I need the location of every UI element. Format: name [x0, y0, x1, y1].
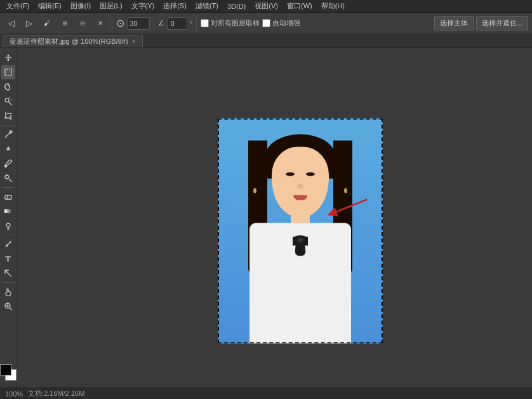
menu-bar: 文件(F) 编辑(E) 图像(I) 图层(L) 文字(Y) 选择(S) 滤镜(T… [0, 0, 532, 13]
tab-close-button[interactable]: × [132, 38, 136, 45]
tab-label: 蓝底证件照素材.jpg @ 100%(RGB/8#) [10, 37, 128, 46]
tab-bar: 蓝底证件照素材.jpg @ 100%(RGB/8#) × [0, 34, 532, 48]
menu-edit[interactable]: 编辑(E) [34, 0, 65, 12]
tool-move[interactable] [1, 51, 15, 65]
tool-healing[interactable] [1, 142, 15, 156]
tool-dodge[interactable] [1, 219, 15, 233]
tool-gradient[interactable] [1, 204, 15, 218]
menu-type[interactable]: 文字(Y) [128, 0, 159, 12]
tool-eyedropper[interactable] [1, 128, 15, 141]
menu-layer[interactable]: 图层(L) [96, 0, 126, 12]
all-layers-checkbox[interactable] [201, 19, 209, 27]
angle-input[interactable] [167, 17, 187, 30]
separator-3 [196, 16, 197, 30]
toolbar: ◁ ▷ 🖌 ⊕ ⊖ ✕ ⊙ ∠ ° 对所有图层取样 自动增强 选择主体 选择并遮… [0, 13, 532, 34]
tool-text[interactable]: T [1, 252, 15, 266]
brush-size-icon: ⊙ [116, 17, 124, 29]
menu-3d[interactable]: 3D(D) [223, 1, 249, 11]
all-layers-checkbox-label[interactable]: 对所有图层取样 [201, 18, 260, 28]
svg-line-3 [8, 101, 12, 105]
document-canvas [218, 118, 383, 343]
tool-hand[interactable] [1, 285, 15, 299]
brush-size-input[interactable] [127, 17, 150, 30]
tool-rect-marquee[interactable] [1, 65, 15, 79]
svg-rect-14 [5, 195, 11, 199]
status-bar: 100% 文档:2.16M/2.16M [0, 388, 532, 399]
earring-left [253, 188, 256, 193]
eye-left [286, 172, 295, 176]
tool-separator-1 [3, 125, 14, 126]
angle-label: ∠ [158, 19, 164, 27]
main-area: T [0, 48, 532, 388]
separator-1 [112, 16, 112, 30]
history-back-button[interactable]: ◁ [4, 16, 19, 31]
menu-select[interactable]: 选择(S) [159, 0, 190, 12]
person-figure [237, 134, 364, 343]
tool-crop[interactable] [1, 109, 15, 123]
svg-line-22 [10, 308, 12, 310]
auto-enhance-label: 自动增强 [272, 18, 300, 28]
color-swatches[interactable] [0, 363, 18, 382]
select-subject-button[interactable]: 选择主体 [434, 16, 474, 30]
zoom-status: 100% [5, 390, 23, 398]
menu-filter[interactable]: 滤镜(T) [192, 0, 222, 12]
svg-point-17 [6, 223, 10, 227]
tool-options-1[interactable]: 🖌 [39, 16, 55, 31]
doc-info: 文档:2.16M/2.16M [28, 389, 84, 398]
mouth [293, 195, 307, 200]
tool-pen[interactable] [1, 237, 15, 251]
tool-separator-2 [3, 187, 14, 188]
degree-symbol: ° [190, 20, 192, 27]
tool-zoom[interactable] [1, 299, 15, 313]
tool-options-4[interactable]: ✕ [93, 16, 108, 31]
angle-icon: ∠ [158, 19, 164, 27]
tool-options-2[interactable]: ⊕ [57, 16, 72, 31]
menu-window[interactable]: 窗口(W) [283, 0, 316, 12]
history-forward-button[interactable]: ▷ [22, 16, 37, 31]
all-layers-label: 对所有图层取样 [211, 18, 260, 28]
svg-rect-1 [5, 69, 11, 75]
menu-help[interactable]: 帮助(H) [317, 0, 349, 12]
body-shirt [249, 223, 351, 343]
tool-lasso[interactable] [1, 80, 15, 94]
left-toolbar: T [0, 48, 17, 388]
svg-marker-0 [4, 54, 12, 62]
menu-image[interactable]: 图像(I) [67, 0, 95, 12]
tool-brush[interactable] [1, 157, 15, 171]
bow-tail-right [295, 242, 305, 256]
menu-view[interactable]: 视图(V) [251, 0, 282, 12]
nose [297, 183, 303, 188]
tool-separator-4 [3, 282, 14, 283]
tool-eraser[interactable] [1, 190, 15, 204]
separator-2 [154, 16, 154, 30]
tool-quick-selection[interactable] [1, 95, 15, 108]
svg-point-13 [5, 175, 9, 179]
earring-right [344, 188, 347, 193]
tool-options-3[interactable]: ⊖ [75, 16, 90, 31]
face [272, 147, 329, 216]
svg-line-5 [11, 100, 12, 100]
bow-tie [286, 235, 314, 261]
eye-right [306, 172, 315, 176]
tool-separator-3 [3, 235, 14, 235]
auto-enhance-checkbox-label[interactable]: 自动增强 [262, 18, 300, 28]
auto-enhance-checkbox[interactable] [262, 19, 270, 27]
canvas-area[interactable] [17, 48, 532, 388]
brush-size-label-text: ⊙ [116, 17, 124, 29]
select-and-mask-button[interactable]: 选择并遮住... [476, 16, 528, 30]
svg-point-20 [6, 245, 8, 246]
svg-point-12 [4, 166, 6, 167]
tool-path-select[interactable] [1, 266, 15, 280]
svg-rect-16 [4, 209, 12, 213]
canvas-container [218, 118, 383, 343]
menu-file[interactable]: 文件(F) [3, 0, 33, 12]
svg-line-4 [9, 97, 10, 98]
foreground-color-swatch[interactable] [0, 364, 11, 376]
tool-clone[interactable] [1, 171, 15, 185]
document-tab[interactable]: 蓝底证件照素材.jpg @ 100%(RGB/8#) × [3, 35, 143, 48]
bow-center [297, 237, 303, 242]
